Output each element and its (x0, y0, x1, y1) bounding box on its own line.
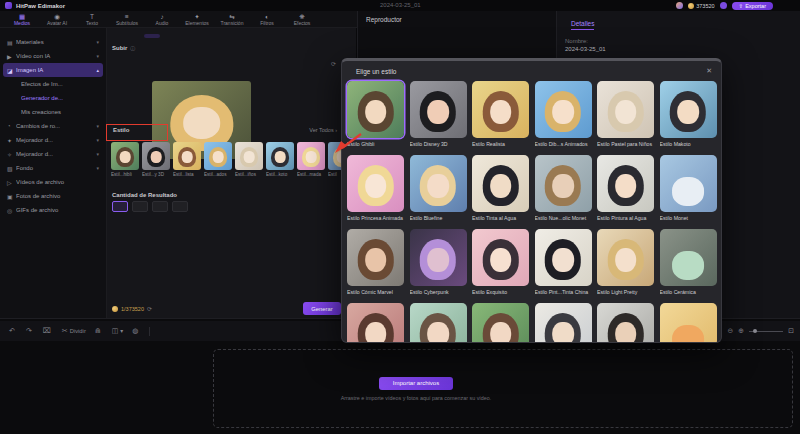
ribbon-tool[interactable]: ❋ Efectos (288, 13, 316, 26)
style-card[interactable]: Estilo Cyberpunk (410, 229, 467, 295)
style-thumbnail-label: Estil...ados (204, 172, 232, 177)
sidebar-item[interactable]: ✧ Mejorador d... ▾ (3, 147, 103, 161)
style-card[interactable]: Estilo Pastel para Niños (597, 81, 654, 147)
sidebar-item[interactable]: ▣ Fotos de archivo (3, 189, 103, 203)
style-card[interactable]: Estilo Pint...Tinta China (535, 229, 592, 295)
style-card[interactable]: Estilo Makoto (660, 81, 717, 147)
chevron-icon: ▴ (96, 67, 99, 73)
upload-label: Subir (112, 45, 127, 51)
timeline-tool-icon[interactable]: ⋒ (95, 327, 103, 335)
style-card[interactable] (472, 303, 529, 343)
ribbon-tool[interactable]: ≡ Subtítulos (113, 13, 141, 26)
style-thumbnail[interactable]: Estil...ados (204, 142, 232, 177)
ribbon-tool-icon: ≡ (125, 13, 129, 20)
timeline-tool-icon[interactable]: ↷ (26, 327, 34, 335)
style-card[interactable] (347, 303, 404, 343)
sidebar-item-icon: ◪ (7, 67, 16, 74)
generator-tab[interactable] (128, 34, 136, 38)
style-thumbnail[interactable]: Estil...koto (266, 142, 294, 177)
timeline-tool-icon[interactable]: ✂ Dividir (62, 327, 86, 335)
refresh-credits-icon[interactable]: ⟳ (147, 305, 152, 312)
sidebar-item[interactable]: ▶ Vídeo con IA ▾ (3, 49, 103, 63)
style-card[interactable]: Estilo Nue...olic Monet (535, 155, 592, 221)
fit-timeline-icon[interactable]: ⊡ (788, 327, 794, 335)
timeline-tool-icon[interactable]: ◫ ▾ (112, 327, 124, 335)
ribbon-tool[interactable]: ⇆ Transición (218, 13, 246, 26)
sidebar-item[interactable]: ✦ Mejorador d... ▾ (3, 133, 103, 147)
sidebar-item[interactable]: ▤ Materiales ▾ (3, 35, 103, 49)
timeline-tool-icon[interactable]: ⌧ (43, 327, 53, 335)
sidebar-item[interactable]: Generador de... (3, 91, 103, 105)
style-thumbnail[interactable]: Estil...y 3D (142, 142, 170, 177)
style-card[interactable]: Estilo Pintura al Agua (597, 155, 654, 221)
ribbon-tool[interactable]: ◐ Filtros (253, 13, 281, 26)
quantity-option[interactable] (132, 201, 148, 212)
sidebar-item[interactable]: ▷ Vídeos de archivo (3, 175, 103, 189)
refresh-icon[interactable]: ⟳ (331, 60, 336, 67)
quantity-option[interactable] (112, 201, 128, 212)
tab-details[interactable]: Detalles (571, 20, 594, 30)
style-card[interactable]: Estilo Tinta al Agua (472, 155, 529, 221)
media-drop-zone[interactable] (213, 349, 793, 428)
ribbon-toolbar: ▦ Medios ◉ Avatar AI T Texto ≡ Subtítulo… (0, 11, 357, 28)
sidebar-item-icon: ▶ (7, 53, 16, 60)
zoom-out-icon[interactable]: ⊖ (727, 327, 733, 335)
user-avatar[interactable] (676, 2, 683, 9)
style-card[interactable]: Estilo Light Pretty (597, 229, 654, 295)
style-card-image (535, 155, 592, 212)
style-card[interactable]: Estilo Princesa Animada (347, 155, 404, 221)
generator-tab[interactable] (144, 34, 160, 38)
quantity-options (112, 201, 188, 212)
sidebar-item[interactable]: ▧ Fondo ▾ (3, 161, 103, 175)
ribbon-tool[interactable]: T Texto (78, 13, 106, 26)
style-thumbnail[interactable]: Estil...mada (297, 142, 325, 177)
timeline-tool-icon[interactable]: ↶ (9, 327, 17, 335)
ribbon-tool[interactable]: ♪ Audio (148, 13, 176, 26)
style-card-label: Estilo Dib...s Animados (535, 141, 592, 147)
generate-button[interactable]: Generar (303, 302, 341, 315)
sidebar-item[interactable]: ◎ GIFs de archivo (3, 203, 103, 217)
style-card-image (472, 155, 529, 212)
style-card[interactable] (660, 303, 717, 343)
ribbon-tool-icon: ◉ (54, 13, 60, 20)
style-card[interactable] (410, 303, 467, 343)
export-button[interactable]: ⇧ Exportar (732, 2, 773, 10)
info-icon[interactable]: ⓘ (130, 45, 135, 51)
sidebar-item[interactable]: ◪ Imagen IA ▴ (3, 63, 103, 77)
style-card[interactable]: Estilo Exquisito (472, 229, 529, 295)
vip-badge[interactable] (720, 2, 727, 9)
ribbon-tool-label: Avatar AI (47, 20, 67, 26)
style-card[interactable]: Estilo Monet (660, 155, 717, 221)
generator-tab[interactable] (112, 34, 120, 38)
toolbar-divider (149, 327, 150, 336)
style-thumbnail[interactable]: Estil...hibli (111, 142, 139, 177)
style-thumbnail[interactable]: Estil...iños (235, 142, 263, 177)
import-files-button[interactable]: Importar archivos (379, 377, 453, 390)
style-card[interactable]: Estilo Disney 3D (410, 81, 467, 147)
style-card[interactable]: Estilo Cómic Marvel (347, 229, 404, 295)
quantity-option[interactable] (152, 201, 168, 212)
style-card[interactable] (535, 303, 592, 343)
sidebar-item-label: Materiales (16, 39, 96, 45)
quantity-option[interactable] (172, 201, 188, 212)
style-thumbnail[interactable]: Estil...lista (173, 142, 201, 177)
zoom-in-icon[interactable]: ⊕ (738, 327, 744, 335)
ribbon-tool[interactable]: ✦ Elementos (183, 13, 211, 26)
sidebar-item[interactable]: Efectos de Im... (3, 77, 103, 91)
timeline-zoom-slider[interactable] (749, 331, 783, 332)
ribbon-tool[interactable]: ◉ Avatar AI (43, 13, 71, 26)
timeline-tool-icon[interactable]: ◍ (132, 327, 140, 335)
style-card[interactable]: Estilo Realista (472, 81, 529, 147)
ribbon-tool-icon: ◐ (265, 13, 269, 20)
close-icon[interactable]: ✕ (706, 67, 712, 75)
sidebar-item[interactable]: ◔ Cambios de ro... ▾ (3, 119, 103, 133)
ribbon-tool[interactable]: ▦ Medios (8, 13, 36, 26)
sidebar-item-label: Mis creaciones (21, 109, 99, 115)
credits-balance[interactable]: 373520 (688, 3, 714, 9)
style-card-image (660, 81, 717, 138)
style-card[interactable]: Estilo Bluefine (410, 155, 467, 221)
style-card[interactable]: Estilo Cerámica (660, 229, 717, 295)
style-card[interactable]: Estilo Dib...s Animados (535, 81, 592, 147)
sidebar-item[interactable]: Mis creaciones (3, 105, 103, 119)
style-card[interactable] (597, 303, 654, 343)
